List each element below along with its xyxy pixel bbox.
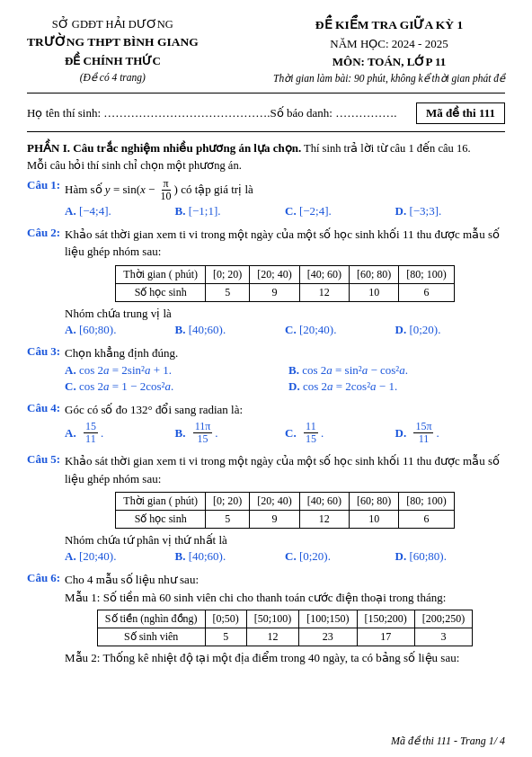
q5-answers: A. [20;40). B. [40;60). C. [0;20). D. [6… xyxy=(65,549,505,564)
q1-a: A. [−4;4]. xyxy=(65,204,175,218)
q1-header: Câu 1: Hàm số y = sin(x − π10) có tập gi… xyxy=(27,178,505,202)
q6-mau1-label: Mẫu 1: Số tiền mà 60 sinh viên chi cho t… xyxy=(65,591,505,605)
q5-c: C. [0;20). xyxy=(285,549,395,564)
ma-de-box: Mã đề thi 111 xyxy=(416,102,505,124)
q4-d: D. 15π11. xyxy=(395,421,506,445)
question-2: Câu 2: Khảo sát thời gian xem ti vi tron… xyxy=(27,226,505,337)
q4-header: Câu 4: Góc có số đo 132° đổi sang radian… xyxy=(27,401,505,419)
dept-label: SỞ GDĐT HẢI DƯƠNG xyxy=(27,16,199,33)
q6-mau2-label: Mẫu 2: Thống kê nhiệt độ tại một địa điể… xyxy=(65,651,505,665)
q2-extra: Nhóm chứa trung vị là xyxy=(65,307,505,321)
q5-table-wrap: Thời gian ( phút) [0; 20) [20; 40) [40; … xyxy=(65,492,505,529)
q1-d: D. [−3;3]. xyxy=(395,204,506,218)
student-info-row: Họ tên thí sinh: …………………………………….Số báo d… xyxy=(27,102,505,124)
question-5: Câu 5: Khảo sát thời gian xem ti vi tron… xyxy=(27,452,505,564)
note-label: (Đề có 4 trang) xyxy=(27,70,199,86)
q2-answers: A. [60;80). B. [40;60). C. [20;40). D. [… xyxy=(65,323,505,337)
q1-num: Câu 1: xyxy=(27,178,61,192)
content-divider xyxy=(27,131,505,132)
q3-answers-multi: A. cos 2a = 2sin²a + 1. B. cos 2a = sin²… xyxy=(65,363,505,394)
school-name: TRƯỜNG THPT BÌNH GIANG xyxy=(27,33,199,52)
q3-a: A. cos 2a = 2sin²a + 1. xyxy=(65,363,281,378)
header-left: SỞ GDĐT HẢI DƯƠNG TRƯỜNG THPT BÌNH GIANG… xyxy=(27,16,199,86)
q6-text: Cho 4 mẫu số liệu như sau: xyxy=(65,571,505,589)
year-label: NĂM HỌC: 2024 - 2025 xyxy=(273,35,505,53)
q2-num: Câu 2: xyxy=(27,226,61,240)
header-right: ĐỀ KIỂM TRA GIỮA KỲ 1 NĂM HỌC: 2024 - 20… xyxy=(273,16,505,87)
q6-num: Câu 6: xyxy=(27,571,61,585)
q1-answers: A. [−4;4]. B. [−1;1]. C. [−2;4]. D. [−3;… xyxy=(65,204,505,218)
footer: Mã đề thi 111 - Trang 1/ 4 xyxy=(391,735,505,748)
q4-text: Góc có số đo 132° đổi sang radian là: xyxy=(65,401,505,419)
subject-label: MÔN: TOÁN, LỚP 11 xyxy=(273,53,505,71)
q5-d: D. [60;80). xyxy=(395,549,506,564)
student-info-text: Họ tên thí sinh: …………………………………….Số báo d… xyxy=(27,106,416,120)
q3-ab-row: A. cos 2a = 2sin²a + 1. B. cos 2a = sin²… xyxy=(65,363,505,378)
question-1: Câu 1: Hàm số y = sin(x − π10) có tập gi… xyxy=(27,178,505,218)
official-label: ĐỀ CHÍNH THỨC xyxy=(27,52,199,70)
section1-bold: PHẦN I. Câu trắc nghiệm nhiều phương án … xyxy=(27,141,301,155)
q3-header: Câu 3: Chọn khẳng định đúng. xyxy=(27,344,505,362)
q2-table: Thời gian ( phút) [0; 20) [20; 40) [40; … xyxy=(115,265,454,302)
q6-table: Số tiền (nghìn đồng) [0;50) [50;100) [10… xyxy=(97,610,473,646)
q5-a: A. [20;40). xyxy=(65,549,175,564)
q4-answers: A. 1511. B. 11π15. C. 1115. D. 15π11. xyxy=(65,421,505,445)
header-top: SỞ GDĐT HẢI DƯƠNG TRƯỜNG THPT BÌNH GIANG… xyxy=(27,16,505,87)
q5-header: Câu 5: Khảo sát thời gian xem ti vi tron… xyxy=(27,452,505,487)
q3-b: B. cos 2a = sin²a − cos²a. xyxy=(288,363,505,378)
q2-table-wrap: Thời gian ( phút) [0; 20) [20; 40) [40; … xyxy=(65,265,505,302)
q2-header: Câu 2: Khảo sát thời gian xem ti vi tron… xyxy=(27,226,505,261)
section1-note: Mỗi câu hỏi thí sinh chỉ chọn một phương… xyxy=(27,159,242,172)
q3-c: C. cos 2a = 1 − 2cos²a. xyxy=(65,379,281,394)
q4-a: A. 1511. xyxy=(65,421,175,445)
q5-text: Khảo sát thời gian xem ti vi trong một n… xyxy=(65,452,505,487)
q4-num: Câu 4: xyxy=(27,401,61,415)
q2-a: A. [60;80). xyxy=(65,323,175,337)
q2-c: C. [20;40). xyxy=(285,323,395,337)
q5-num: Câu 5: xyxy=(27,452,61,467)
q4-c: C. 1115. xyxy=(285,421,395,445)
q5-table: Thời gian ( phút) [0; 20) [20; 40) [40; … xyxy=(115,492,454,529)
footer-text: Mã đề thi 111 - Trang 1/ 4 xyxy=(391,735,505,747)
question-4: Câu 4: Góc có số đo 132° đổi sang radian… xyxy=(27,401,505,445)
question-6: Câu 6: Cho 4 mẫu số liệu như sau: Mẫu 1:… xyxy=(27,571,505,665)
q1-text: Hàm số y = sin(x − π10) có tập giá trị l… xyxy=(65,178,505,202)
exam-title: ĐỀ KIỂM TRA GIỮA KỲ 1 xyxy=(273,16,505,35)
q3-text: Chọn khẳng định đúng. xyxy=(65,344,505,362)
q4-b: B. 11π15. xyxy=(175,421,286,445)
time-note: Thời gian làm bài: 90 phút, không kể thờ… xyxy=(273,71,505,87)
section1-subtitle: Thí sinh trả lời từ câu 1 đến câu 16. xyxy=(304,142,470,155)
q6-header: Câu 6: Cho 4 mẫu số liệu như sau: xyxy=(27,571,505,589)
header-divider xyxy=(27,93,505,94)
q2-b: B. [40;60). xyxy=(175,323,286,337)
q3-cd-row: C. cos 2a = 1 − 2cos²a. D. cos 2a = 2cos… xyxy=(65,379,505,394)
q5-extra: Nhóm chứa tứ phân vị thứ nhất là xyxy=(65,533,505,548)
q2-text: Khảo sát thời gian xem ti vi trong một n… xyxy=(65,226,505,261)
q6-table-wrap: Số tiền (nghìn đồng) [0;50) [50;100) [10… xyxy=(65,610,505,646)
q5-b: B. [40;60). xyxy=(175,549,286,564)
q3-num: Câu 3: xyxy=(27,344,61,359)
q2-d: D. [0;20). xyxy=(395,323,506,337)
section1-title: PHẦN I. Câu trắc nghiệm nhiều phương án … xyxy=(27,139,505,174)
q1-b: B. [−1;1]. xyxy=(175,204,286,218)
q1-c: C. [−2;4]. xyxy=(285,204,395,218)
q3-d: D. cos 2a = 2cos²a − 1. xyxy=(288,379,505,394)
question-3: Câu 3: Chọn khẳng định đúng. A. cos 2a =… xyxy=(27,344,505,395)
